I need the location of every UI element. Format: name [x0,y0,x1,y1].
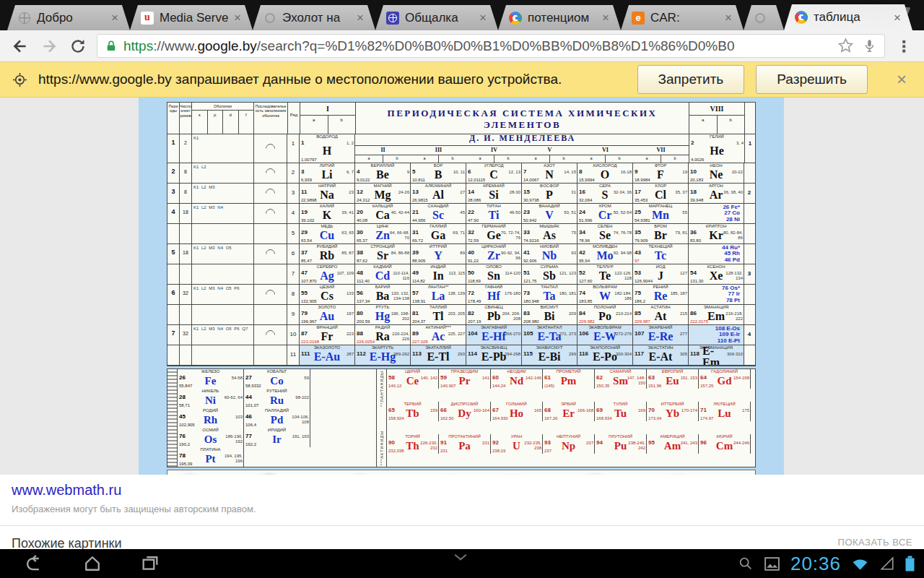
back-button[interactable] [8,34,32,59]
nav-back-button[interactable] [25,553,45,574]
element-cell: КАЛЬЦИЙ 20 Ca 40, 42-44 40,08 [355,204,411,223]
element-cell: ФТОР 9 F 19 18,9984 [633,163,689,183]
back-icon [11,37,30,56]
nav-recents-button[interactable] [140,553,160,574]
element-cell: ТЕХНЕЦИЙ 43 Tc 97 [633,244,689,264]
element-cell: НЕПТУНИЙ 93 Np 237 237 [543,434,595,454]
element-cell: АКТИНИЙ*** 89 Ac 225, 227 227,028 [411,325,466,345]
element-cell: ИРИДИЙ 77 Ir 191, 193 192,2 [244,428,310,447]
reload-button[interactable] [66,34,90,59]
bookmark-star-icon[interactable] [837,37,855,55]
element-cell: ЭКАСВИНЕЦ 114 E-Pb 294-298 [466,345,522,365]
forward-button[interactable] [37,34,61,59]
deny-button[interactable]: Запретить [637,65,745,94]
element-cell: ФОСФОР 15 P 31 30,9738 [522,184,578,203]
tab-close-icon[interactable]: × [894,12,901,24]
element-cell: ЗОЛОТО 79 Au 197 196,967 [300,305,355,324]
status-screenshot-icon[interactable] [763,555,781,573]
browser-tab[interactable]: Media Serve × [130,5,253,30]
element-cell: МЫШЬЯК 33 As 75 74,9216 [522,224,578,243]
tab-favicon [795,11,808,24]
browser-tab[interactable]: Общалка × [375,5,498,30]
tab-favicon [386,12,399,25]
url-field[interactable]: https://www.google.by/search?q=%D1%82%D0… [97,34,885,58]
tab-close-icon[interactable]: × [234,12,241,24]
tab-close-icon[interactable]: × [479,12,487,24]
element-cell: ТИТАН 22 Ti 46-50 47,90 [466,204,522,223]
forward-icon [40,37,58,56]
element-cell: ИОД 53 J 127 126,9044 [633,264,689,284]
element-cell-H: ВОДОРОД 1 H 1, 2 1,00797 [300,134,355,163]
voice-search-mic-icon[interactable] [862,38,877,54]
tab-close-icon[interactable]: × [357,12,364,24]
element-cell: СТРОНЦИЙ 38 Sr 84, 86-88 87,62 [355,244,411,264]
tab-close-icon[interactable]: × [111,12,118,24]
ptable-row: 9 ЗОЛОТО 79 Au 197 196,967 [167,305,755,325]
element-cell: ЭКАСТАТИН 117 E-At 305 [633,345,689,365]
periodic-table-image[interactable]: Периоды Число электронов Оболочки spdf П… [139,98,784,475]
element-cell: ГАДОЛИНИЙ 64 Gd 154-158 157,25 [699,369,751,389]
source-link[interactable]: www.webmath.ru [12,482,121,499]
element-cell: ПЛУТОНИЙ 94 Pu 238-240, 242 [595,434,647,454]
element-cell: САМАРИЙ 62 Sm 147, 148-150 150,35 [595,369,647,389]
ptable-row: 5 МЕДЬ 29 Cu 63, 65 63,54 [167,224,755,244]
table-title-line1: ПЕРИОДИЧЕСКАЯ СИСТЕМА ХИМИЧЕСКИХ ЭЛЕМЕНТ… [356,108,689,131]
element-cell: ТОРИЙ 90 Th 226-230, 232 232,038 [387,434,439,454]
nav-back-icon [25,553,45,574]
browser-tab[interactable] [744,5,784,30]
tab-favicon [263,12,276,25]
tab-strip: Добро × Media Serve × Эхолот на × Общалк… [0,0,924,30]
element-cell: КРИПТОН 36 Kr 80, 82-84, 86 83,80 [689,224,744,243]
battery-icon [905,555,915,572]
divider [0,525,924,526]
element-cell: ЭКАВИСМУТ 115 E-Bi 299 [522,345,578,365]
tab-title: Эхолот на [282,11,354,25]
status-search-icon[interactable] [738,556,754,571]
ptable-row: 6 32 K1 L2 M3 N4 O5 P6 8 ЦЕЗИЙ 55 Cs [167,285,755,305]
element-cell: ХЛОР 17 Cl 35, 37 35,453 [633,184,689,203]
ptable-row: 2 8 K1 L2 2 ЛИТИЙ 3 Li [167,163,755,184]
table-title: ПЕРИОДИЧЕСКАЯ СИСТЕМА ХИМИЧЕСКИХ ЭЛЕМЕНТ… [356,103,689,134]
tab-close-icon[interactable]: × [602,12,609,24]
browser-tab[interactable]: таблица × [784,4,912,30]
menu-button[interactable] [892,34,916,59]
tab-favicon [632,12,645,25]
element-cell: БОР 5 B 10, 11 10,811 [411,163,466,183]
nav-home-button[interactable] [82,553,103,574]
element-cell: РТУТЬ 80 Hg 196, 198-202 200,59 [355,305,411,324]
element-cell: ИТТЕРБИЙ 70 Yb 170-174 173,04 [647,402,699,421]
ptable-header: Периоды Число электронов Оболочки spdf П… [167,103,755,134]
element-cell: ЭКАТАНТАЛ 105 E-Ta 271, 273 [522,325,578,345]
tab-close-icon[interactable]: × [725,12,732,24]
element-cell: КАЛИЙ 19 K 39, 41 39,102 [300,204,355,223]
browser-tab[interactable]: Эхолот на × [253,5,375,30]
show-all-link[interactable]: ПОКАЗАТЬ ВСЕ [838,537,912,548]
element-cell: ЭКАТАЛЛИЙ 113 E-Tl 293 [411,345,466,365]
group-header: VI ab [578,145,633,163]
element-cell: КАДМИЙ 48 Cd 110-114, 116 112,40 [355,264,411,284]
location-infobar: https://www.google.by запрашивает данные… [0,62,924,98]
allow-button[interactable]: Разрешить [756,65,868,94]
image-result-footer: www.webmath.ru Изображения могут быть за… [0,475,924,549]
element-cell: ПЛАТИНА 78 Pt 194, 195, 196 195,09 [178,447,244,467]
ptable-row: 11 ЭКАЗОЛОТО 111 E-Au 287 [167,345,755,366]
browser-tab[interactable]: Добро × [7,5,130,30]
tab-title: потенциом [528,11,599,25]
status-clock[interactable]: 20:36 [790,553,841,575]
url-text: https://www.google.by/search?q=%D1%82%D0… [123,38,829,54]
hide-bar-chevron-icon[interactable] [453,552,468,565]
element-cell: КРЕМНИЙ 14 Si 28-30 28,086 [466,184,522,203]
ptable-row-1: 1 2 K1 1 ВОДОРОД 1 H 1, 2 1,00797 II [167,134,755,163]
element-cell-He: ГЕЛИЙ 2 He 3, 4 4,0026 [689,134,745,163]
element-cell: ПРОТАКТИНИЙ 91 Pa 231 231 [439,434,491,454]
lanthanides-actinides: ЦЕРИЙ 58 Ce 140, 142 140,12 ПРАЗЕОДИМ 59… [387,369,755,467]
browser-tab[interactable]: потенциом × [498,5,621,30]
element-cell: ТЕЛЛУР 52 Te 122-126, 128 127,60 [578,264,633,284]
element-cell: МЕДЬ 29 Cu 63, 65 63,54 [300,224,355,243]
element-cell: АМЕРИЦИЙ 95 Am 241, 243 [647,434,699,454]
element-cell: 44 Ru*45 Rh46 Pd [689,244,744,264]
element-cell: СКАНДИЙ 21 Sc 45 44,956 [411,204,466,223]
browser-tab[interactable]: CAR: × [621,5,744,30]
infobar-close-icon[interactable]: × [897,71,907,88]
tab-title: Добро [37,11,108,25]
